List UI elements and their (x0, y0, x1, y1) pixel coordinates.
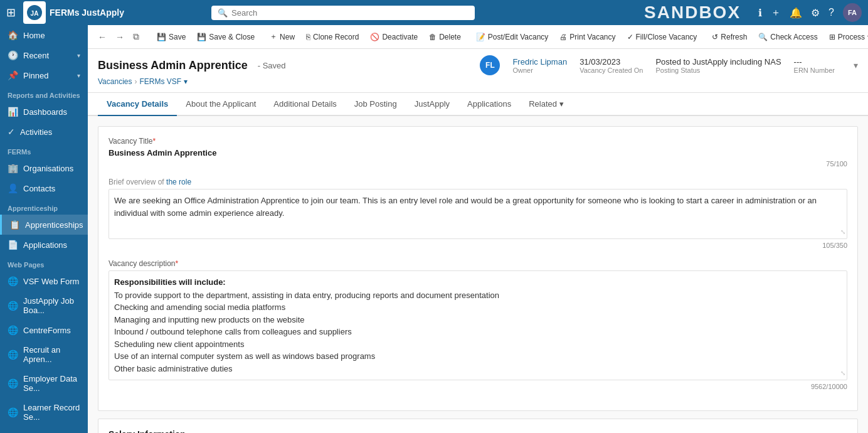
clone-button[interactable]: ⎘ Clone Record (301, 30, 364, 44)
sidebar-item-dashboards[interactable]: 📊 Dashboards (0, 102, 88, 122)
brief-overview-text: We are seeking an Office Administration … (114, 195, 842, 219)
activities-icon: ✓ (8, 127, 15, 137)
tab-related[interactable]: Related ▾ (520, 93, 572, 116)
user-avatar[interactable]: FA (843, 3, 862, 22)
save-icon: 💾 (157, 33, 166, 41)
contacts-icon: 👤 (8, 183, 18, 193)
back-button[interactable]: ← (94, 29, 110, 45)
vacancy-title-label: Vacancy Title* (109, 137, 847, 146)
refresh-button[interactable]: ↺ Refresh (707, 30, 752, 44)
tab-applications[interactable]: Applications (458, 93, 520, 116)
sidebar-item-apprenticeships[interactable]: 📋 Apprenticeships (0, 215, 88, 235)
fill-close-icon: ✓ (627, 33, 633, 41)
app-list-icon: 📄 (8, 240, 18, 250)
recruit-icon: 🌐 (8, 350, 18, 360)
help-icon[interactable]: ? (828, 7, 834, 18)
desc-resize-handle: ⤡ (840, 368, 845, 378)
sidebar-item-recent[interactable]: 🕐 Recent ▾ (0, 45, 88, 65)
chevron-down-icon[interactable]: ▾ (854, 60, 858, 70)
vacancy-desc-charcount: 9562/10000 (109, 383, 847, 390)
ern-block: --- ERN Number (794, 57, 835, 74)
save-button[interactable]: 💾 Save (152, 30, 191, 44)
toolbar-nav: ← → ⧉ (94, 29, 143, 45)
grid-icon[interactable]: ⊞ (6, 6, 16, 19)
employer-icon: 🌐 (8, 378, 18, 388)
check-access-button[interactable]: 🔍 Check Access (753, 30, 822, 44)
posting-status-label: Posting Status (655, 67, 781, 74)
posting-status-block: Posted to JustApply including NAS Postin… (655, 57, 781, 74)
vacancy-title-required: * (152, 137, 156, 146)
plus-icon[interactable]: ＋ (771, 6, 781, 19)
brief-overview-textbox[interactable]: We are seeking an Office Administration … (109, 189, 847, 239)
vacancy-desc-textbox[interactable]: Responsibilities will include: To provid… (109, 270, 847, 380)
bell-icon[interactable]: 🔔 (790, 7, 802, 19)
brief-overview-charcount: 105/350 (109, 242, 847, 249)
nav-icons: ℹ ＋ 🔔 ⚙ ? FA (758, 3, 862, 22)
process-button[interactable]: ⊞ Process ▾ (824, 30, 868, 44)
salary-section: Salary Information Wage Type* Custom Wag… (98, 419, 858, 433)
save-close-button[interactable]: 💾 Save & Close (192, 30, 260, 44)
post-edit-button[interactable]: 📝 Post/Edit Vacancy (471, 30, 554, 44)
vacancy-desc-lines: To provide support to the department, as… (114, 289, 842, 375)
sidebar-contacts-label: Contacts (23, 184, 55, 193)
top-navigation: ⊞ JA FERMs JustApply 🔍 SANDBOX ℹ ＋ 🔔 ⚙ ?… (0, 0, 868, 25)
search-input[interactable] (231, 8, 468, 18)
sidebar-item-learner[interactable]: 🌐 Learner Record Se... (0, 398, 88, 427)
vacancy-desc-label: Vacancy description* (109, 259, 847, 268)
vacancy-title-value[interactable]: Business Admin Apprentice (109, 148, 847, 158)
sidebar-item-recruit[interactable]: 🌐 Recruit an Apren... (0, 340, 88, 369)
print-button[interactable]: 🖨 Print Vacancy (554, 30, 620, 44)
breadcrumb-sep: › (134, 77, 137, 86)
sidebar-item-applications[interactable]: 📄 Applications (0, 235, 88, 255)
tab-vacancy-details[interactable]: Vacancy Details (98, 93, 177, 116)
check-access-icon: 🔍 (758, 33, 768, 41)
sidebar-item-organisations[interactable]: 🏢 Organisations (0, 158, 88, 178)
logo-image: JA (23, 1, 46, 24)
forward-button[interactable]: → (112, 29, 128, 45)
process-icon: ⊞ (829, 33, 835, 41)
delete-icon: 🗑 (429, 33, 437, 41)
breadcrumb-vacancies[interactable]: Vacancies (98, 77, 132, 86)
sidebar-learner-label: Learner Record Se... (23, 403, 80, 422)
created-date: 31/03/2023 (580, 57, 643, 67)
related-arrow: ▾ (559, 99, 564, 109)
sidebar-item-pinned[interactable]: 📌 Pinned ▾ (0, 65, 88, 85)
centreforms-icon: 🌐 (8, 325, 18, 335)
breadcrumb-dropdown[interactable]: ▾ (184, 77, 188, 86)
vacancy-desc-line: Other basic administrative duties (114, 363, 842, 375)
app-logo: JA FERMs JustApply (23, 1, 124, 24)
sidebar-item-employer[interactable]: 🌐 Employer Data Se... (0, 369, 88, 398)
vacancy-desc-line: Checking and amending social media platf… (114, 301, 842, 314)
sidebar-item-home[interactable]: 🏠 Home (0, 25, 88, 45)
tab-about-applicant[interactable]: About the Applicant (177, 93, 265, 116)
form-content: Vacancy Title* Business Admin Apprentice… (88, 116, 868, 433)
tab-justapply[interactable]: JustApply (406, 93, 458, 116)
owner-name[interactable]: Fredric Lipman (512, 57, 567, 67)
record-saved-status: - Saved (258, 61, 286, 70)
tabs: Vacancy Details About the Applicant Addi… (88, 93, 868, 116)
clone-icon: ⎘ (306, 33, 310, 41)
deactivate-button[interactable]: 🚫 Deactivate (365, 30, 423, 44)
sidebar-pinned-label: Pinned (23, 71, 48, 80)
tab-additional-details[interactable]: Additional Details (265, 93, 345, 116)
window-button[interactable]: ⧉ (129, 29, 143, 45)
info-icon[interactable]: ℹ (758, 7, 762, 19)
search-bar[interactable]: 🔍 (211, 6, 475, 20)
sidebar-item-vsf[interactable]: 🌐 VSF Web Form (0, 271, 88, 291)
sidebar-vsf-label: VSF Web Form (23, 277, 79, 286)
record-header: Business Admin Apprentice - Saved FL Fre… (88, 49, 868, 93)
new-button[interactable]: ＋ New (265, 29, 300, 45)
ferms-section-header: FERMs (0, 142, 88, 158)
gear-icon[interactable]: ⚙ (811, 7, 820, 19)
breadcrumb-ferms[interactable]: FERMs VSF (139, 77, 181, 86)
sidebar-item-justapply[interactable]: 🌐 JustApply Job Boa... (0, 291, 88, 320)
app-name: FERMs JustApply (50, 8, 124, 18)
sidebar-item-activities[interactable]: ✓ Activities (0, 122, 88, 142)
sidebar-item-centreforms[interactable]: 🌐 CentreForms (0, 320, 88, 340)
delete-button[interactable]: 🗑 Delete (424, 30, 466, 44)
sidebar-item-contacts[interactable]: 👤 Contacts (0, 178, 88, 198)
breadcrumb: Vacancies › FERMs VSF ▾ (98, 77, 858, 86)
tab-job-posting[interactable]: Job Posting (346, 93, 406, 116)
fill-close-button[interactable]: ✓ Fill/Close Vacancy (622, 30, 702, 44)
posting-status: Posted to JustApply including NAS (655, 57, 781, 67)
